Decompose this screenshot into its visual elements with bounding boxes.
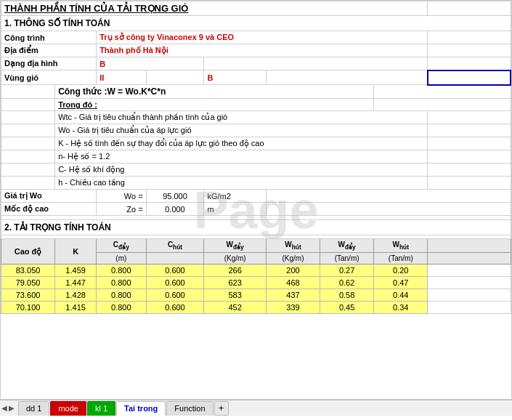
- cell-w-hut-tan-2: 0.47: [374, 277, 428, 289]
- zo-eq: Zo =: [97, 203, 146, 216]
- cell-w-hut-kg-3: 437: [266, 289, 320, 302]
- cell-cao-do-3: 73.600: [1, 289, 55, 302]
- dia-diem-label: Địa điểm: [1, 44, 97, 57]
- col-unit-w-day-tan: (Tan/m): [320, 253, 374, 264]
- cell-w-day-kg-1: 266: [204, 264, 267, 277]
- wo-val: 95.000: [146, 190, 204, 203]
- cell-c-hut-3: 0.600: [146, 289, 204, 302]
- wo-unit: kG/m2: [204, 190, 267, 203]
- tab-bar: ◀ ▶ dd 1 mode kl 1 Tai trong Function +: [0, 400, 512, 416]
- scroll-right-icon[interactable]: ▶: [9, 404, 15, 412]
- cell-k-2: 1.447: [55, 277, 97, 289]
- title-row: THÀNH PHẦN TÍNH CỦA TẢI TRỌNG GIÓ: [1, 1, 511, 16]
- cell-w-day-tan-2: 0.62: [320, 277, 374, 289]
- c-desc-row: C- Hệ số khí động: [1, 163, 511, 177]
- cell-c-hut-2: 0.600: [146, 277, 204, 289]
- cell-cao-do-2: 79.050: [1, 277, 55, 289]
- table-header-row1: Cao độ K Cđẩy Chút Wđẩy Whút Wđẩy Whút: [1, 239, 511, 253]
- cell-w-hut-tan-4: 0.34: [374, 302, 428, 314]
- cell-c-hut-4: 0.600: [146, 302, 204, 314]
- cell-w-day-tan-1: 0.27: [320, 264, 374, 277]
- section2-header-row: 2. TẢI TRỌNG TÍNH TOÁN: [1, 220, 511, 235]
- h-desc-row: h - Chiều cao tầng: [1, 177, 511, 190]
- zo-unit: m: [204, 203, 267, 216]
- col-unit-w-hut-kg: (Kg/m): [266, 253, 320, 264]
- cell-w-hut-tan-1: 0.20: [374, 264, 428, 277]
- cell-w-day-tan-3: 0.58: [320, 289, 374, 302]
- formula: Công thức :W = Wo.K*C*n: [55, 85, 374, 99]
- zo-val: 0.000: [146, 203, 204, 216]
- c-desc: C- Hệ số khí động: [55, 163, 428, 177]
- col-header-w-hut-tan: Whút: [374, 239, 428, 253]
- col-header-w-day-tan: Wđẩy: [320, 239, 374, 253]
- moc-do-cao-row: Mốc độ cao Zo = 0.000 m: [1, 203, 511, 216]
- trong-do: Trong đó :: [55, 99, 374, 111]
- cell-c-day-3: 0.800: [97, 289, 146, 302]
- spreadsheet: THÀNH PHẦN TÍNH CỦA TẢI TRỌNG GIÓ 1. THÔ…: [0, 0, 512, 400]
- cell-w-hut-kg-1: 200: [266, 264, 320, 277]
- gia-tri-wo-row: Giá trị Wo Wo = 95.000 kG/m2: [1, 190, 511, 203]
- col-header-w-hut-kg: Whút: [266, 239, 320, 253]
- cell-w-hut-kg-2: 468: [266, 277, 320, 289]
- cell-k-4: 1.415: [55, 302, 97, 314]
- col-header-cao-do: Cao độ: [1, 239, 55, 264]
- gia-tri-wo-label: Giá trị Wo: [1, 190, 97, 203]
- k-desc-row: K - Hệ số tính đến sự thay đổi của áp lự…: [1, 137, 511, 150]
- col-unit-w-day-kg: (Kg/m): [204, 253, 267, 264]
- cell-w-hut-kg-4: 339: [266, 302, 320, 314]
- vung-gio-label: Vùng gió: [1, 70, 97, 85]
- cell-c-day-2: 0.800: [97, 277, 146, 289]
- tab-scroll-arrows[interactable]: ◀ ▶: [1, 404, 15, 412]
- cong-trinh-label: Công trình: [1, 31, 97, 44]
- moc-do-cao-label: Mốc độ cao: [1, 203, 97, 216]
- table-row: 79.050 1.447 0.800 0.600 623 468 0.62 0.…: [1, 277, 511, 289]
- cell-w-day-kg-4: 452: [204, 302, 267, 314]
- wtc-desc: Wtc - Giá trị tiêu chuẩn thành phần tính…: [55, 111, 428, 124]
- cell-k-3: 1.428: [55, 289, 97, 302]
- tab-function[interactable]: Function: [166, 401, 213, 416]
- tab-tai-trong[interactable]: Tai trong: [116, 401, 166, 416]
- col-header-c-day: Cđẩy: [97, 239, 146, 253]
- dia-diem-row: Địa điểm Thành phố Hà Nội: [1, 44, 511, 57]
- col-header-c-hut: Chút: [146, 239, 204, 253]
- section1-header-row: 1. THÔNG SỐ TÍNH TOÁN: [1, 16, 511, 31]
- wo-eq: Wo =: [97, 190, 146, 203]
- vung-gio-value2: B: [204, 70, 267, 85]
- table-row: 73.600 1.428 0.800 0.600 583 437 0.58 0.…: [1, 289, 511, 302]
- tab-dd1[interactable]: dd 1: [18, 401, 49, 416]
- page-title: THÀNH PHẦN TÍNH CỦA TẢI TRỌNG GIÓ: [1, 1, 428, 16]
- scroll-left-icon[interactable]: ◀: [1, 404, 7, 412]
- col-unit-w-hut-tan: (Tan/m): [374, 253, 428, 264]
- cell-w-day-kg-2: 623: [204, 277, 267, 289]
- n-desc: n- Hệ số = 1.2: [55, 150, 428, 163]
- cong-trinh-row: Công trình Trụ sở công ty Vinaconex 9 và…: [1, 31, 511, 44]
- add-sheet-button[interactable]: +: [214, 401, 229, 416]
- wo-desc-row: Wo - Giá trị tiêu chuẩn của áp lực gió: [1, 124, 511, 137]
- cell-c-day-1: 0.800: [97, 264, 146, 277]
- main-table: THÀNH PHẦN TÍNH CỦA TẢI TRỌNG GIÓ 1. THÔ…: [1, 1, 511, 314]
- dia-diem-value: Thành phố Hà Nội: [97, 44, 428, 57]
- table-row: 70.100 1.415 0.800 0.600 452 339 0.45 0.…: [1, 302, 511, 314]
- vung-gio-value1: II: [97, 70, 146, 85]
- dang-dia-hinh-value: B: [97, 57, 204, 70]
- k-desc: K - Hệ số tính đến sự thay đổi của áp lự…: [55, 137, 428, 150]
- dang-dia-hinh-label: Dạng địa hình: [1, 57, 97, 70]
- col-header-w-day-kg: Wđẩy: [204, 239, 267, 253]
- tab-mode[interactable]: mode: [50, 401, 86, 416]
- trong-do-row: Trong đó :: [1, 99, 511, 111]
- wo-desc: Wo - Giá trị tiêu chuẩn của áp lực gió: [55, 124, 428, 137]
- wtc-row: Wtc - Giá trị tiêu chuẩn thành phần tính…: [1, 111, 511, 124]
- cong-trinh-value: Trụ sở công ty Vinaconex 9 và CEO: [97, 31, 428, 44]
- vung-gio-row: Vùng gió II B: [1, 70, 511, 85]
- formula-row: Công thức :W = Wo.K*C*n: [1, 85, 511, 99]
- table-row: 83.050 1.459 0.800 0.600 266 200 0.27 0.…: [1, 264, 511, 277]
- cell-w-day-kg-3: 583: [204, 289, 267, 302]
- tab-kl1[interactable]: kl 1: [87, 401, 115, 416]
- cell-c-hut-1: 0.600: [146, 264, 204, 277]
- col-header-k: K: [55, 239, 97, 264]
- h-desc: h - Chiều cao tầng: [55, 177, 428, 190]
- section2-header: 2. TẢI TRỌNG TÍNH TOÁN: [1, 220, 511, 235]
- cell-k-1: 1.459: [55, 264, 97, 277]
- cell-cao-do-1: 83.050: [1, 264, 55, 277]
- col-unit-cao-do: (m): [97, 253, 146, 264]
